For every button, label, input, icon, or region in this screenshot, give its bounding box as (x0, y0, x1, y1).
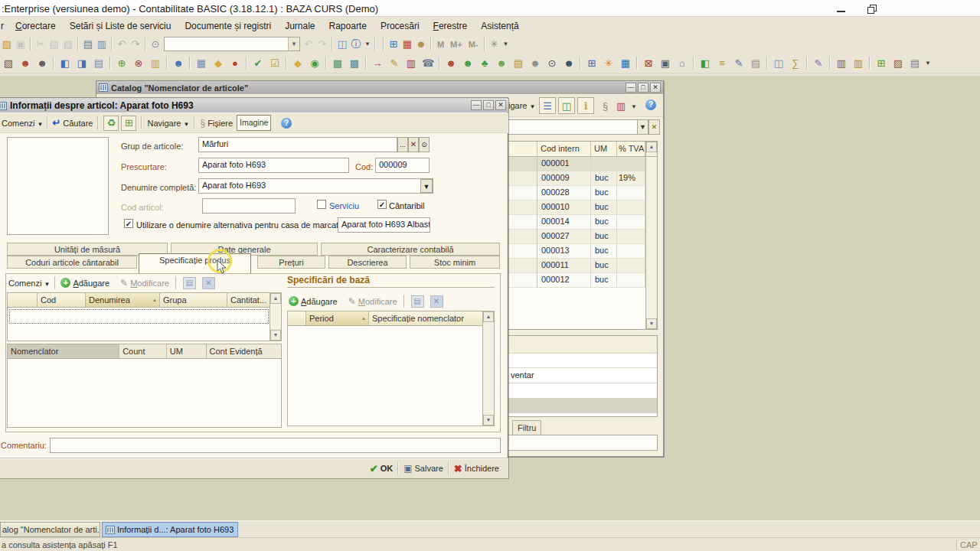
print-preview-icon[interactable]: ▥ (95, 37, 109, 51)
wrench-icon[interactable]: ✳ (488, 37, 501, 51)
comenzi-menu[interactable]: Comenzi ▼ (2, 119, 43, 128)
cod-input[interactable]: 000009 (375, 158, 430, 173)
dialog-maximize-button[interactable]: □ (483, 100, 494, 110)
chart-dot-icon[interactable]: ⊗ (130, 56, 147, 70)
memory-mplus-button[interactable]: M+ (447, 40, 466, 49)
menu-item-5[interactable]: Rapoarte (322, 18, 374, 34)
person-red-icon[interactable]: ☻ (17, 56, 34, 70)
tab-Caracterizare contabilă[interactable]: Caracterizare contabilă (321, 243, 500, 256)
col-cod-intern[interactable]: Cod intern (537, 142, 591, 156)
gear-orange-icon[interactable]: ✳ (600, 56, 617, 70)
open-folder-icon[interactable]: ▨ (0, 37, 14, 51)
tab-Prețuri[interactable]: Prețuri (257, 256, 325, 269)
catalog-combo-clear[interactable]: ✕ (648, 119, 660, 135)
specificari-grid[interactable]: Period▲ Specificație nomenclator ▲▼ (287, 311, 495, 426)
filtru-tab[interactable]: Filtru (512, 420, 541, 435)
print-icon[interactable]: ▤ (81, 37, 95, 51)
prescurtare-input[interactable]: Aparat foto H693 (198, 158, 349, 173)
navigare-menu[interactable]: Navigare ▼ (147, 119, 189, 128)
chart-add-icon[interactable]: ⊕ (113, 56, 130, 70)
person-x-icon[interactable]: ☻ (527, 56, 544, 70)
g3-col-period[interactable]: Period▲ (306, 311, 369, 325)
doc-gray-icon[interactable]: ▤ (747, 56, 764, 70)
right-delete-button[interactable]: ✕ (430, 295, 443, 308)
fisiere-button[interactable]: Fișiere (207, 119, 233, 128)
refresh-button[interactable]: ♻ (103, 116, 119, 131)
person-green-icon[interactable]: ☻ (493, 56, 510, 70)
imagine-button[interactable]: Imagine (237, 115, 271, 131)
g2-col-nomenclator[interactable]: Nomenclator (8, 344, 119, 358)
menu-item-0[interactable]: r (0, 18, 8, 34)
catalog-chart-dropdown[interactable]: ▼ (631, 103, 637, 110)
menu-item-1[interactable]: Corectare (8, 18, 63, 34)
catalog-help-icon[interactable]: ? (645, 99, 656, 110)
tab-Stoc minim[interactable]: Stoc minim (410, 256, 500, 269)
save-icon[interactable]: ▣ (14, 37, 28, 51)
person-red2-icon[interactable]: ☻ (443, 56, 459, 70)
monitor-in-icon[interactable]: ◨ (74, 56, 90, 70)
box-add-icon[interactable]: ⊞ (873, 56, 890, 70)
chart-lines-icon[interactable]: ≡ (714, 56, 730, 70)
monitor-out-icon[interactable]: ◧ (57, 56, 74, 70)
grup-search-button[interactable]: ⊙ (419, 137, 430, 152)
left-modificare-button[interactable]: Modificare (130, 279, 169, 288)
minimize-button[interactable] (831, 4, 851, 15)
cod-articol-input[interactable] (202, 198, 296, 214)
wand2-icon[interactable]: ✎ (810, 56, 827, 70)
right-modificare-button[interactable]: Modificare (358, 297, 397, 306)
calculator-icon[interactable]: ⊞ (387, 37, 400, 51)
menu-item-2[interactable]: Setări și Liste de serviciu (63, 18, 178, 34)
factory-icon[interactable]: ⌂ (674, 56, 691, 70)
nomenclator-grid[interactable]: Nomenclator Count UM Cont Evidență (7, 344, 282, 428)
memory-m-button[interactable]: M (434, 40, 447, 49)
person-blue-icon[interactable]: ☻ (170, 56, 187, 70)
left-copy-button[interactable]: ▤ (183, 277, 196, 289)
catalog-table-scrollbar[interactable]: ▲ (645, 142, 657, 156)
document-list-icon[interactable]: ▤ (90, 56, 107, 70)
book-person-icon[interactable]: ▥ (850, 56, 867, 70)
wand-icon[interactable]: ✎ (386, 56, 403, 70)
inchidere-button[interactable]: ✖Închidere (451, 463, 502, 474)
g3-scrollbar[interactable]: ▲▼ (482, 311, 494, 425)
spec-produs-grid[interactable]: Cod Denumirea▲ Grupa Cantitat... ▲▼ (7, 292, 282, 341)
phone-icon[interactable]: ☎ (420, 56, 436, 70)
safe-icon[interactable]: ▣ (657, 56, 674, 70)
book-brown-icon[interactable]: ▥ (833, 56, 850, 70)
catalog-navigare-label[interactable]: igare ▼ (508, 101, 535, 110)
stack-green-icon[interactable]: ▩ (329, 56, 346, 70)
restore-button[interactable] (862, 4, 882, 15)
calendar-icon[interactable]: ▦ (400, 37, 414, 51)
g1-col-denumirea[interactable]: Denumirea▲ (86, 293, 160, 307)
search-prev-icon[interactable]: ↶ (302, 37, 315, 51)
doc-lock-icon[interactable]: ▥ (147, 56, 164, 70)
tools-red-icon[interactable]: ⊠ (640, 56, 657, 70)
plant-icon[interactable]: ♣ (476, 56, 493, 70)
catalog-info-toggle[interactable]: ℹ (577, 97, 594, 114)
catalog-minimize-button[interactable]: ― (626, 83, 636, 93)
globe-icon[interactable]: ◉ (306, 56, 323, 70)
catalog-folders-toggle[interactable]: ◫ (558, 97, 575, 114)
dialog-minimize-button[interactable]: ― (471, 100, 482, 110)
stop-icon[interactable]: ● (227, 56, 243, 70)
search-icon[interactable]: ⊙ (149, 37, 162, 51)
arrow-red-icon[interactable]: → (369, 56, 386, 70)
doc-pencil-icon[interactable]: ✎ (730, 56, 747, 70)
left-comenzi-menu[interactable]: Comenzi ▼ (8, 279, 50, 288)
info-icon[interactable]: ⓘ (349, 37, 363, 51)
denumire-input[interactable]: Aparat foto H693 (198, 178, 433, 194)
menu-item-7[interactable]: Ferestre (426, 18, 475, 34)
undo-icon[interactable]: ↶ (115, 37, 129, 51)
catalog-close-button[interactable]: ✕ (650, 83, 661, 93)
copy-add-button[interactable]: ⊞ (121, 116, 136, 131)
tab-Descrierea[interactable]: Descrierea (328, 256, 407, 269)
alt-name-input[interactable]: Aparat foto H693 Albastru (338, 217, 430, 233)
g1-scrollbar[interactable]: ▲▼ (270, 293, 281, 341)
comentariu-input[interactable] (50, 438, 501, 453)
grup-browse-button[interactable]: ... (397, 137, 408, 152)
g1-col-cod[interactable]: Cod (38, 293, 86, 307)
g3-col-spec[interactable]: Specificație nomenclator (369, 311, 482, 325)
catalog-attach-icon[interactable]: § (603, 100, 608, 112)
stack-teal-icon[interactable]: ▩ (346, 56, 363, 70)
ok-button[interactable]: ✔OK (367, 463, 396, 474)
g2-col-count[interactable]: Count (119, 344, 167, 358)
